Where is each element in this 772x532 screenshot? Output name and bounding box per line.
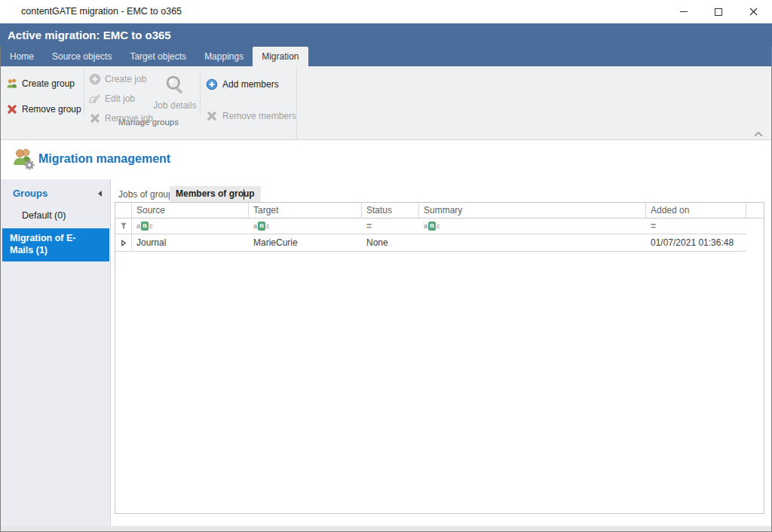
filter-cell-target[interactable]: aBc [249, 219, 362, 234]
remove-job-button[interactable]: Remove job [89, 112, 153, 124]
groups-sidebar: Groups Default (0) Migration of E-Mails … [1, 179, 111, 526]
ribbon-tab-migration[interactable]: Migration [253, 47, 308, 66]
create-job-label: Create job [105, 74, 146, 84]
cell-added-on[interactable]: 01/07/2021 01:36:48 [646, 234, 746, 252]
column-header-summary[interactable]: Summary [419, 203, 646, 219]
sidebar-item-migration-of-emails[interactable]: Migration of E-Mails (1) [2, 228, 109, 261]
cell-source[interactable]: Journal [132, 234, 249, 252]
create-group-button[interactable]: Create group [6, 78, 75, 90]
column-header-target[interactable]: Target [249, 203, 362, 219]
app-window: contentGATE migration - EMC to o365 Acti… [0, 0, 772, 532]
ribbon-tab-mappings[interactable]: Mappings [195, 47, 253, 66]
groups-panel-title: Groups [13, 188, 47, 199]
job-details-label: Job details [152, 100, 198, 111]
remove-group-button[interactable]: Remove group [6, 103, 81, 115]
ribbon-separator [200, 69, 201, 116]
text-cursor [244, 189, 244, 200]
cell-status[interactable]: None [362, 234, 419, 252]
create-job-icon [89, 73, 101, 85]
close-icon [749, 8, 758, 16]
filter-cell-filler [746, 219, 764, 234]
ribbon: Manage groups Create group Remove group [1, 66, 771, 140]
create-group-label: Create group [22, 78, 75, 89]
maximize-button[interactable] [701, 1, 736, 23]
maximize-icon [715, 8, 722, 16]
cell-summary[interactable] [419, 234, 646, 252]
grid-filter-row: aBc aBc = aBc = [115, 219, 764, 234]
minimize-button[interactable] [666, 1, 701, 23]
filter-cell-summary[interactable]: aBc [419, 219, 646, 234]
minimize-icon [680, 11, 688, 12]
collapse-panel-icon[interactable] [96, 190, 103, 197]
create-job-button[interactable]: Create job [89, 73, 146, 85]
job-details-button[interactable]: Job details [152, 74, 198, 111]
job-details-icon [164, 74, 186, 96]
filter-cell-source[interactable]: aBc [132, 219, 249, 234]
abc-filter-icon: aBc [136, 222, 153, 231]
cell-filler [746, 234, 764, 252]
page-title: Migration management [38, 152, 170, 166]
filter-funnel-icon [120, 222, 127, 231]
window-title: contentGATE migration - EMC to o365 [21, 0, 182, 23]
ribbon-tab-source-objects[interactable]: Source objects [43, 47, 121, 66]
row-indicator [115, 234, 132, 252]
active-migration-banner: Active migration: EMC to o365 [0, 23, 772, 47]
equals-filter-icon: = [366, 221, 372, 231]
add-members-label: Add members [222, 79, 279, 90]
remove-group-icon [6, 103, 18, 115]
ribbon-separator [84, 69, 84, 116]
add-members-icon [206, 78, 218, 90]
page-header: Migration management [1, 141, 771, 179]
members-grid: Source Target Status Summary Added on aB… [115, 202, 764, 514]
equals-filter-icon: = [651, 221, 656, 231]
create-group-icon [6, 78, 18, 90]
add-members-button[interactable]: Add members [206, 78, 279, 90]
edit-job-button[interactable]: Edit job [89, 93, 135, 105]
title-bar: contentGATE migration - EMC to o365 [0, 0, 772, 23]
grid-indicator-header [115, 203, 132, 219]
ribbon-tab-home[interactable]: Home [1, 47, 43, 66]
tab-jobs-of-group[interactable]: Jobs of group [118, 189, 173, 200]
ribbon-tab-target-objects[interactable]: Target objects [121, 47, 195, 66]
filter-row-indicator [115, 219, 132, 234]
column-header-filler [746, 203, 764, 219]
abc-filter-icon: aBc [424, 222, 440, 231]
tab-members-of-group[interactable]: Members of group [170, 186, 261, 202]
status-strip [1, 526, 771, 531]
ribbon-tab-bar: Home Source objects Target objects Mappi… [1, 47, 771, 66]
ribbon-group-border [296, 66, 297, 139]
column-header-status[interactable]: Status [362, 203, 419, 219]
remove-group-label: Remove group [22, 104, 81, 115]
edit-job-label: Edit job [105, 93, 135, 104]
active-migration-title: Active migration: EMC to o365 [8, 23, 171, 47]
remove-job-icon [89, 112, 101, 124]
collapse-ribbon-button[interactable] [753, 127, 764, 140]
edit-job-icon [89, 93, 101, 105]
grid-header-row: Source Target Status Summary Added on [115, 203, 764, 219]
abc-filter-icon: aBc [253, 222, 270, 231]
remove-job-label: Remove job [105, 113, 153, 124]
sidebar-item-label: Migration of E-Mails (1) [10, 232, 99, 256]
cell-target[interactable]: MarieCurie [249, 234, 362, 252]
chevron-up-icon [753, 131, 764, 137]
table-row[interactable]: Journal MarieCurie None 01/07/2021 01:36… [115, 234, 764, 252]
remove-members-label: Remove members [222, 111, 296, 121]
migration-management-icon [11, 147, 35, 171]
remove-members-icon [206, 110, 218, 122]
row-arrow-icon [121, 240, 126, 246]
sidebar-item-default[interactable]: Default (0) [22, 210, 66, 221]
column-header-source[interactable]: Source [132, 203, 249, 219]
filter-cell-status[interactable]: = [362, 219, 419, 234]
filter-cell-added-on[interactable]: = [646, 219, 746, 234]
column-header-added-on[interactable]: Added on [646, 203, 746, 219]
close-button[interactable] [736, 1, 770, 23]
remove-members-button[interactable]: Remove members [206, 110, 296, 122]
